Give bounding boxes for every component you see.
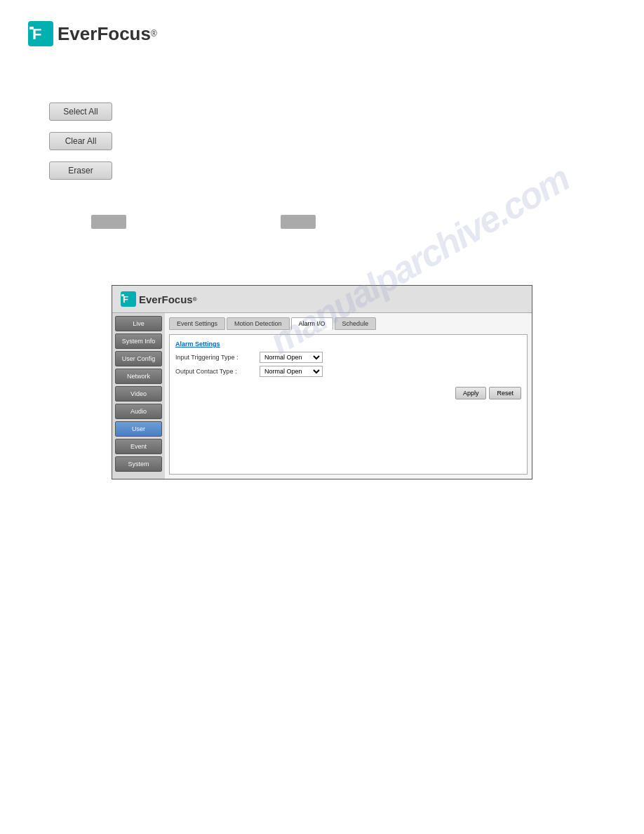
sidebar-item-network[interactable]: Network [115, 369, 162, 384]
gray-box-right [281, 215, 316, 229]
gray-box-left [91, 215, 126, 229]
inner-screenshot: F EverFocus® Live System Info User Confi… [112, 285, 532, 479]
output-contact-label: Output Contact Type : [175, 368, 260, 375]
gray-boxes [91, 215, 644, 229]
output-contact-row: Output Contact Type : Normal Open Normal… [175, 366, 521, 377]
inner-header: F EverFocus® [112, 286, 532, 313]
tab-schedule[interactable]: Schedule [335, 317, 377, 330]
inner-main: Event Settings Motion Detection Alarm I/… [165, 313, 532, 479]
logo-text: EverFocus® [58, 23, 157, 45]
alarm-settings-title: Alarm Settings [175, 340, 521, 348]
svg-rect-2 [29, 27, 34, 29]
alarm-settings-panel: Alarm Settings Input Triggering Type : N… [169, 334, 528, 475]
input-triggering-select[interactable]: Normal Open Normal Close [260, 352, 323, 363]
select-all-button[interactable]: Select All [49, 102, 112, 121]
everfocus-logo-icon: F [28, 21, 53, 46]
inner-logo-icon: F [121, 291, 136, 307]
tab-motion-detection[interactable]: Motion Detection [227, 317, 290, 330]
sidebar-item-user-config[interactable]: User Config [115, 351, 162, 366]
svg-text:F: F [32, 25, 41, 43]
sidebar-item-system-info[interactable]: System Info [115, 333, 162, 349]
sidebar-item-audio[interactable]: Audio [115, 404, 162, 419]
logo-area: F EverFocus® [28, 21, 616, 46]
eraser-button[interactable]: Eraser [49, 161, 112, 180]
sidebar-item-live[interactable]: Live [115, 316, 162, 331]
sidebar-item-user[interactable]: User [115, 421, 162, 437]
inner-footer: Apply Reset [175, 383, 521, 399]
top-section: F EverFocus® Select All Clear All Eraser [0, 0, 644, 201]
buttons-area: Select All Clear All Eraser [49, 102, 616, 180]
sidebar-item-event[interactable]: Event [115, 439, 162, 454]
clear-all-button[interactable]: Clear All [49, 132, 112, 150]
inner-logo-text: EverFocus [139, 293, 193, 305]
output-contact-select[interactable]: Normal Open Normal Close [260, 366, 323, 377]
inner-logo-sup: ® [193, 296, 197, 303]
inner-layout: Live System Info User Config Network Vid… [112, 313, 532, 479]
sidebar-item-system[interactable]: System [115, 456, 162, 472]
inner-sidebar: Live System Info User Config Network Vid… [112, 313, 165, 479]
tabs-row: Event Settings Motion Detection Alarm I/… [169, 317, 528, 330]
input-triggering-row: Input Triggering Type : Normal Open Norm… [175, 352, 521, 363]
svg-rect-5 [121, 294, 124, 296]
tab-event-settings[interactable]: Event Settings [169, 317, 225, 330]
tab-alarm-io[interactable]: Alarm I/O [291, 317, 333, 330]
apply-button[interactable]: Apply [455, 387, 487, 399]
input-triggering-label: Input Triggering Type : [175, 354, 260, 361]
mid-area [0, 215, 644, 271]
sidebar-item-video[interactable]: Video [115, 386, 162, 402]
reset-button[interactable]: Reset [489, 387, 521, 399]
